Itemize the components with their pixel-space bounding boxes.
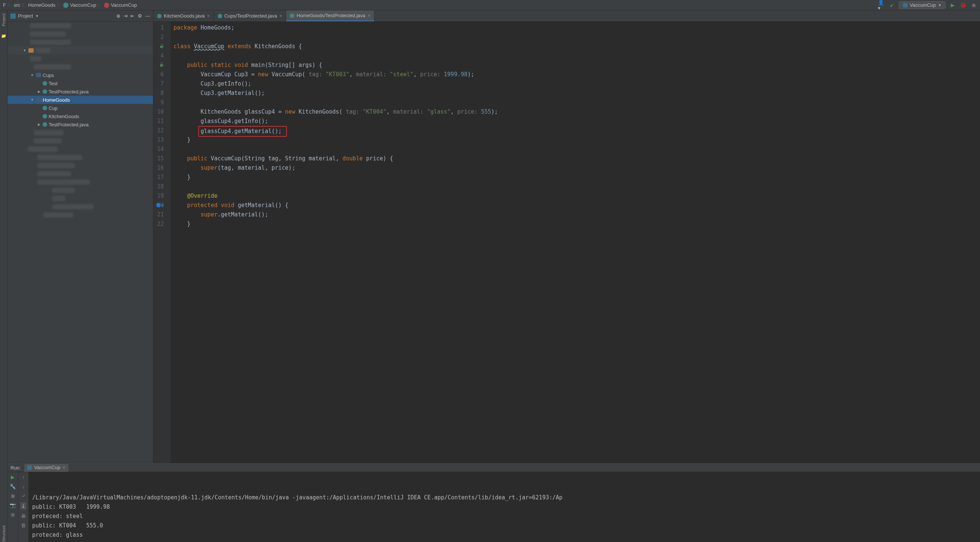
- back-arrow-icon[interactable]: ↙: [888, 2, 895, 9]
- breadcrumb-item[interactable]: HomeGoods: [28, 2, 56, 8]
- run-tab-label: VaccumCup: [34, 464, 60, 470]
- config-icon: [903, 3, 907, 8]
- project-panel: Project ▼ ⊕ ⇥ ⇤ ⚙ — ▼: [8, 11, 153, 463]
- close-icon[interactable]: ×: [368, 13, 371, 18]
- class-icon: [290, 13, 294, 18]
- class-icon: [43, 81, 47, 86]
- editor-tab[interactable]: KitchenGoods.java ×: [153, 11, 214, 21]
- expand-icon[interactable]: ⇥: [123, 13, 127, 19]
- debug-button[interactable]: 🐞: [960, 2, 967, 9]
- topbar-right: 👤▾ ↙ VaccumCup ▼ ▶ 🐞 ◼: [878, 1, 977, 9]
- trash-icon[interactable]: 🗑: [21, 523, 26, 528]
- package-icon: [36, 73, 41, 78]
- rerun-button[interactable]: ▶: [11, 474, 14, 480]
- project-tree[interactable]: ▼ ▼Cups Test ▶TestProtected.java ▼HomeGo…: [8, 22, 153, 463]
- scroll-icon[interactable]: ⤓: [21, 502, 26, 509]
- down-arrow-icon[interactable]: ↓: [22, 484, 25, 489]
- tree-item[interactable]: Cup: [8, 104, 153, 112]
- structure-tool-tab[interactable]: Structure: [2, 525, 6, 542]
- close-icon[interactable]: ×: [279, 13, 282, 19]
- project-tool-tab[interactable]: Project: [2, 13, 6, 26]
- tree-item[interactable]: KitchenGoods: [8, 112, 153, 120]
- minimize-icon[interactable]: —: [145, 13, 150, 19]
- locate-icon[interactable]: ⊕: [116, 13, 121, 19]
- soft-wrap-icon[interactable]: ⤶: [21, 493, 25, 499]
- wrench-icon[interactable]: 🔧: [10, 484, 16, 489]
- gutter[interactable]: 123▶45▶67891011121314151617181920🔵↑2122: [153, 22, 170, 463]
- stop-icon[interactable]: ◼: [11, 493, 15, 499]
- user-icon[interactable]: 👤▾: [878, 2, 885, 9]
- run-label: Run:: [11, 465, 21, 471]
- code-editor[interactable]: 123▶45▶67891011121314151617181920🔵↑2122 …: [153, 22, 980, 463]
- camera-icon[interactable]: 📷: [10, 502, 16, 508]
- method-icon: [104, 3, 109, 8]
- breadcrumb-item[interactable]: src: [14, 2, 20, 8]
- top-bar: F 〉 src 〉 HomeGoods 〉 VaccumCup 〉 Vaccum…: [0, 0, 980, 11]
- project-icon: [11, 13, 16, 19]
- run-tab[interactable]: VaccumCup ×: [24, 464, 68, 472]
- editor-tab-label: HomeGoods/TestProtected.java: [297, 13, 366, 18]
- console-output[interactable]: /Library/Java/JavaVirtualMachines/adopto…: [29, 472, 980, 542]
- left-tool-strip: Project 📁 Structure: [0, 11, 8, 542]
- class-icon: [218, 14, 222, 18]
- editor-tab[interactable]: Cups/TestProtected.java ×: [214, 11, 286, 21]
- tree-item[interactable]: ▶TestProtected.java: [8, 120, 153, 128]
- run-panel: Run: VaccumCup × ▶ 🔧 ◼ 📷 ▣ ↑ ↓: [8, 463, 980, 542]
- settings-icon[interactable]: ⚙: [138, 13, 142, 19]
- close-icon[interactable]: ×: [62, 464, 65, 470]
- class-icon: [63, 3, 68, 8]
- close-icon[interactable]: ×: [207, 13, 210, 19]
- editor-tab-label: Cups/TestProtected.java: [224, 13, 277, 19]
- class-icon: [43, 114, 47, 119]
- tree-item[interactable]: ▶TestProtected.java: [8, 87, 153, 96]
- editor-area: KitchenGoods.java × Cups/TestProtected.j…: [153, 11, 980, 463]
- tree-item-cups[interactable]: ▼Cups: [8, 71, 153, 79]
- tree-item[interactable]: Test: [8, 79, 153, 87]
- breadcrumb-item[interactable]: VaccumCup: [63, 2, 96, 8]
- breadcrumb-item[interactable]: VaccumCup: [104, 2, 137, 8]
- breadcrumb-item[interactable]: F: [3, 2, 6, 8]
- editor-tab[interactable]: HomeGoods/TestProtected.java ×: [286, 11, 374, 21]
- run-panel-header: Run: VaccumCup ×: [8, 464, 980, 472]
- class-icon: [157, 14, 162, 18]
- tree-item-homegoods[interactable]: ▼HomeGoods: [8, 96, 153, 104]
- stop-button[interactable]: ◼: [970, 2, 977, 9]
- run-toolbar-left: ▶ 🔧 ◼ 📷 ▣: [8, 472, 18, 542]
- run-config-label: VaccumCup: [910, 2, 936, 8]
- editor-tab-label: KitchenGoods.java: [164, 13, 205, 19]
- class-icon: [43, 89, 47, 94]
- package-icon: [36, 98, 41, 102]
- folder-icon: 📁: [1, 34, 6, 38]
- project-panel-title: Project: [18, 13, 33, 19]
- run-config-selector[interactable]: VaccumCup ▼: [899, 1, 946, 9]
- run-button[interactable]: ▶: [949, 2, 956, 9]
- project-panel-header: Project ▼ ⊕ ⇥ ⇤ ⚙ —: [8, 11, 153, 22]
- up-arrow-icon[interactable]: ↑: [22, 474, 25, 480]
- editor-tabs: KitchenGoods.java × Cups/TestProtected.j…: [153, 11, 980, 22]
- breadcrumb: F 〉 src 〉 HomeGoods 〉 VaccumCup 〉 Vaccum…: [3, 2, 878, 9]
- config-icon: [27, 465, 32, 470]
- class-icon: [43, 106, 47, 110]
- print-icon[interactable]: 🖶: [21, 513, 26, 519]
- class-icon: [43, 122, 47, 127]
- collapse-icon[interactable]: ⇤: [130, 13, 135, 19]
- run-toolbar-right: ↑ ↓ ⤶ ⤓ 🖶 🗑: [18, 472, 29, 542]
- layout-icon[interactable]: ▣: [11, 512, 15, 517]
